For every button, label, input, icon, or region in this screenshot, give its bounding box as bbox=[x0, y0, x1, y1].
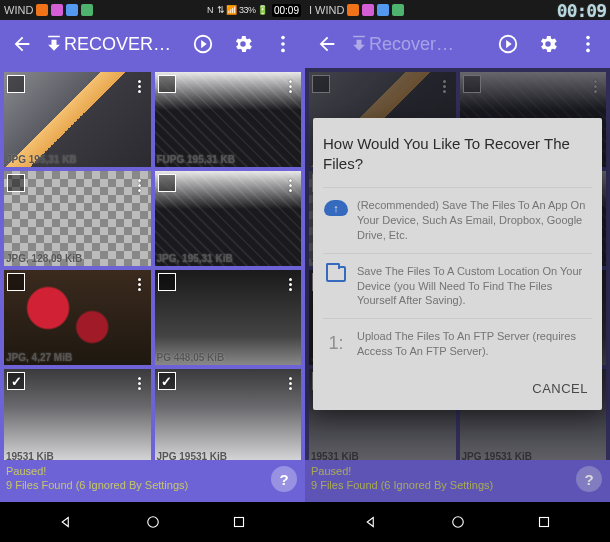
svg-point-2 bbox=[281, 49, 285, 53]
nav-home-icon bbox=[449, 513, 467, 531]
appbar-title: Recover… bbox=[369, 34, 454, 55]
dialog-scrim[interactable]: How Would You Like To Recover The Files?… bbox=[305, 68, 610, 460]
nfc-icon: N bbox=[207, 5, 213, 15]
status-bar: WIND N ⇅ 📶 33% 🔋 00:09 bbox=[0, 0, 305, 20]
nav-back[interactable] bbox=[351, 502, 391, 542]
thumbnail[interactable]: JPG, 195,31 KiB bbox=[155, 171, 302, 266]
app-bar: Recover… bbox=[305, 20, 610, 68]
settings-button[interactable] bbox=[225, 26, 261, 62]
checkbox[interactable] bbox=[158, 75, 176, 93]
checkbox[interactable] bbox=[7, 273, 25, 291]
thumb-caption: JPG 19531 KiB bbox=[157, 451, 228, 460]
nav-bar bbox=[0, 502, 305, 542]
recover-dialog: How Would You Like To Recover The Files?… bbox=[313, 118, 602, 410]
overflow-button[interactable] bbox=[265, 26, 301, 62]
checkbox[interactable] bbox=[158, 273, 176, 291]
thumb-menu-button[interactable] bbox=[131, 272, 149, 296]
thumb-menu-button[interactable] bbox=[131, 74, 149, 98]
thumb-caption: JPG, 128,09 KiB bbox=[6, 253, 82, 264]
thumbnail[interactable]: JPG 195,31 KB bbox=[4, 72, 151, 167]
thumbnail[interactable]: JPG 19531 KiB bbox=[155, 369, 302, 460]
gear-icon bbox=[232, 33, 254, 55]
checkbox[interactable] bbox=[158, 372, 176, 390]
nav-back[interactable] bbox=[46, 502, 86, 542]
app-bar: RECOVER… bbox=[0, 20, 305, 68]
checkbox[interactable] bbox=[7, 174, 25, 192]
grid-area: JPG 195,31 KBFUPG 195,31 KBJPG, 128,09 K… bbox=[0, 68, 305, 460]
status-clock: 00:09 bbox=[557, 0, 606, 21]
nav-recent-icon bbox=[535, 513, 553, 531]
nav-bar bbox=[305, 502, 610, 542]
thumb-menu-button[interactable] bbox=[281, 272, 299, 296]
thumb-caption: PG 448,05 KiB bbox=[157, 352, 225, 363]
option-text: Save The Files To A Custom Location On Y… bbox=[357, 264, 592, 309]
signal-icons: ⇅ 📶 33% 🔋 bbox=[217, 5, 268, 15]
svg-point-5 bbox=[586, 36, 590, 40]
option-cloud[interactable]: (Recommended) Save The Files To An App O… bbox=[323, 187, 592, 253]
nav-home[interactable] bbox=[438, 502, 478, 542]
carrier-label: WIND bbox=[4, 4, 33, 16]
status-badge-3 bbox=[66, 4, 78, 16]
option-folder[interactable]: Save The Files To A Custom Location On Y… bbox=[323, 253, 592, 319]
checkbox[interactable] bbox=[7, 75, 25, 93]
status-badge-2 bbox=[51, 4, 63, 16]
thumbnail[interactable]: JPG, 4,27 MiB bbox=[4, 270, 151, 365]
thumb-caption: JPG 195,31 KB bbox=[6, 154, 77, 165]
thumb-menu-button[interactable] bbox=[281, 173, 299, 197]
cloud-upload-icon bbox=[324, 200, 348, 216]
nav-recent[interactable] bbox=[219, 502, 259, 542]
download-icon bbox=[44, 34, 64, 54]
thumb-menu-button[interactable] bbox=[281, 371, 299, 395]
play-button[interactable] bbox=[185, 26, 221, 62]
thumbnail[interactable]: JPG, 128,09 KiB bbox=[4, 171, 151, 266]
overflow-button[interactable] bbox=[570, 26, 606, 62]
settings-button[interactable] bbox=[530, 26, 566, 62]
thumb-caption: JPG, 4,27 MiB bbox=[6, 352, 72, 363]
help-button[interactable]: ? bbox=[271, 466, 297, 492]
play-circle-icon bbox=[497, 33, 519, 55]
arrow-left-icon bbox=[11, 33, 33, 55]
arrow-left-icon bbox=[316, 33, 338, 55]
svg-rect-4 bbox=[234, 518, 243, 527]
footer-line1: Paused! bbox=[311, 464, 604, 478]
grid-area: JPG 195,31 KBFUPG 195,31 KBJPG, 128,09 K… bbox=[305, 68, 610, 460]
option-text: (Recommended) Save The Files To An App O… bbox=[357, 198, 592, 243]
dots-vertical-icon bbox=[577, 33, 599, 55]
folder-icon bbox=[326, 266, 346, 282]
help-button[interactable]: ? bbox=[576, 466, 602, 492]
status-badge-1 bbox=[347, 4, 359, 16]
svg-point-7 bbox=[586, 49, 590, 53]
nav-home[interactable] bbox=[133, 502, 173, 542]
option-text: Upload The Files To An FTP Server (requi… bbox=[357, 329, 592, 359]
checkbox[interactable] bbox=[7, 372, 25, 390]
status-bar: I WIND 00:09 bbox=[305, 0, 610, 20]
thumb-menu-button[interactable] bbox=[281, 74, 299, 98]
cancel-button[interactable]: CANCEL bbox=[528, 375, 592, 402]
appbar-title: RECOVER… bbox=[64, 34, 171, 55]
footer-bar: Paused! 9 Files Found (6 Ignored By Sett… bbox=[305, 460, 610, 502]
play-button[interactable] bbox=[490, 26, 526, 62]
phone-left: WIND N ⇅ 📶 33% 🔋 00:09 RECOVER… bbox=[0, 0, 305, 542]
back-button[interactable] bbox=[4, 26, 40, 62]
option-ftp[interactable]: 1: Upload The Files To An FTP Server (re… bbox=[323, 318, 592, 369]
recover-action[interactable]: RECOVER… bbox=[44, 34, 171, 55]
nav-back-icon bbox=[362, 513, 380, 531]
thumbnail[interactable]: 19531 KiB bbox=[4, 369, 151, 460]
recover-action[interactable]: Recover… bbox=[349, 34, 454, 55]
footer-bar: Paused! 9 Files Found (6 Ignored By Sett… bbox=[0, 460, 305, 502]
thumb-menu-button[interactable] bbox=[131, 173, 149, 197]
number-icon: 1: bbox=[328, 331, 343, 355]
checkbox[interactable] bbox=[158, 174, 176, 192]
phone-right: I WIND 00:09 Recover… JPG 195,31 KBFUPG … bbox=[305, 0, 610, 542]
status-badge-4 bbox=[81, 4, 93, 16]
nav-home-icon bbox=[144, 513, 162, 531]
nav-back-icon bbox=[57, 513, 75, 531]
thumbnail[interactable]: PG 448,05 KiB bbox=[155, 270, 302, 365]
dialog-title: How Would You Like To Recover The Files? bbox=[323, 134, 592, 173]
status-badge-4 bbox=[392, 4, 404, 16]
nav-recent[interactable] bbox=[524, 502, 564, 542]
thumbnail[interactable]: FUPG 195,31 KB bbox=[155, 72, 302, 167]
footer-line2: 9 Files Found (6 Ignored By Settings) bbox=[6, 478, 299, 492]
thumb-menu-button[interactable] bbox=[131, 371, 149, 395]
back-button[interactable] bbox=[309, 26, 345, 62]
